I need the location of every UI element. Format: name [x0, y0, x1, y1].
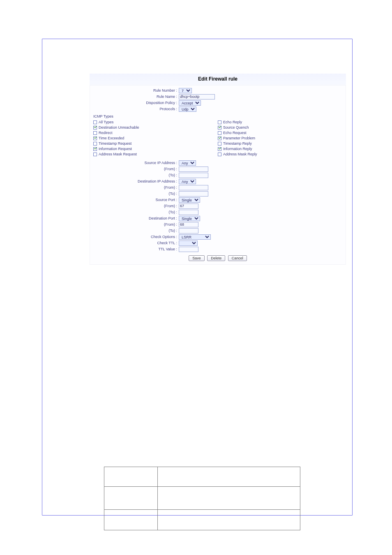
dst-port-to-input[interactable]: [179, 228, 198, 234]
firewall-rule-panel: Edit Firewall rule Rule Number : 7 Rule …: [90, 74, 346, 265]
icmp-item-label: Timestamp Request: [99, 141, 131, 146]
src-port-select[interactable]: Single: [179, 197, 200, 203]
save-button[interactable]: Save: [189, 255, 205, 261]
table-cell: [104, 487, 158, 510]
icmp-item-label: All Types: [99, 120, 113, 124]
check-ttl-select[interactable]: [179, 240, 198, 246]
icmp-item: Address Mask Request: [93, 152, 218, 157]
icmp-item-label: Address Mask Reply: [223, 152, 257, 156]
icmp-item-label: Echo Request: [223, 131, 247, 135]
checkbox-icon[interactable]: [93, 136, 97, 140]
dialog-body: Rule Number : 7 Rule Name : Disposition …: [90, 85, 346, 265]
checkbox-icon[interactable]: [218, 147, 221, 151]
disposition-label: Disposition Policy :: [93, 101, 179, 105]
table-cell: [157, 510, 300, 530]
src-port-label: Source Port :: [93, 198, 179, 202]
icmp-item-label: Time Exceeded: [99, 136, 124, 140]
icmp-item: Echo Reply: [218, 120, 342, 125]
checkbox-icon[interactable]: [218, 131, 221, 135]
checkbox-icon[interactable]: [93, 120, 97, 124]
table-row: [104, 487, 300, 510]
src-port-from-label: (From) :: [93, 204, 179, 208]
dst-from-label: (From) :: [93, 185, 179, 190]
icmp-item: Timestamp Request: [93, 141, 218, 146]
icmp-types-section: ICMP Types All TypesDestination Unreacha…: [93, 113, 342, 157]
dst-to-label: (To) :: [93, 192, 179, 196]
src-to-input[interactable]: [179, 173, 208, 178]
rule-name-input[interactable]: [179, 94, 215, 99]
checkbox-icon[interactable]: [218, 136, 221, 140]
table-cell: [104, 467, 158, 487]
dst-ip-label: Destination IP Address :: [93, 179, 179, 183]
icmp-item: Timestamp Reply: [218, 141, 342, 146]
check-options-select[interactable]: LSRR: [179, 234, 211, 240]
disposition-select[interactable]: Accept: [179, 100, 201, 106]
dialog-title: Edit Firewall rule: [90, 74, 346, 85]
src-port-to-label: (To) :: [93, 210, 179, 214]
dst-port-select[interactable]: Single: [179, 216, 200, 221]
checkbox-icon[interactable]: [218, 142, 221, 146]
icmp-item-label: Timestamp Reply: [223, 141, 252, 146]
table-cell: [104, 510, 158, 530]
src-from-label: (From) :: [93, 167, 179, 171]
dst-port-label: Destination Port :: [93, 216, 179, 220]
icmp-item: Echo Request: [218, 130, 342, 135]
document-frame: Edit Firewall rule Rule Number : 7 Rule …: [42, 39, 353, 516]
lower-table: [104, 467, 300, 530]
icmp-title: ICMP Types: [93, 113, 342, 119]
dst-from-input[interactable]: [179, 185, 208, 190]
dst-port-to-label: (To) :: [93, 229, 179, 233]
icmp-item: All Types: [93, 120, 218, 125]
table-cell: [157, 467, 300, 487]
src-ip-label: Source IP Address :: [93, 161, 179, 165]
icmp-item: Information Reply: [218, 146, 342, 151]
icmp-item: Parameter Problem: [218, 136, 342, 141]
icmp-left-col: All TypesDestination UnreachableRedirect…: [93, 119, 218, 157]
icmp-item-label: Parameter Problem: [223, 136, 255, 140]
dst-port-from-input[interactable]: [179, 222, 198, 227]
check-ttl-label: Check TTL :: [93, 241, 179, 245]
icmp-item: Source Quench: [218, 125, 342, 130]
icmp-item-label: Source Quench: [223, 125, 249, 130]
table-row: [104, 510, 300, 530]
icmp-item-label: Information Request: [99, 147, 132, 151]
dst-ip-select[interactable]: Any: [179, 179, 196, 184]
checkbox-icon[interactable]: [218, 126, 221, 130]
check-options-label: Check Options :: [93, 235, 179, 239]
src-port-from-input[interactable]: [179, 204, 198, 209]
dst-port-from-label: (From) :: [93, 222, 179, 227]
icmp-item: Destination Unreachable: [93, 125, 218, 130]
checkbox-icon[interactable]: [93, 153, 97, 156]
table-cell: [157, 487, 300, 510]
rule-number-select[interactable]: 7: [179, 88, 192, 93]
icmp-item: Time Exceeded: [93, 136, 218, 141]
icmp-item-label: Information Reply: [223, 147, 252, 151]
protocols-select[interactable]: Udp: [179, 106, 196, 112]
icmp-item: Information Request: [93, 146, 218, 151]
icmp-right-col: Echo ReplySource QuenchEcho RequestParam…: [218, 119, 342, 157]
ttl-value-input[interactable]: [179, 247, 198, 252]
checkbox-icon[interactable]: [93, 142, 97, 146]
src-ip-select[interactable]: Any: [179, 160, 196, 166]
icmp-item-label: Echo Reply: [223, 120, 242, 124]
table-row: [104, 467, 300, 487]
checkbox-icon[interactable]: [93, 147, 97, 151]
icmp-item-label: Address Mask Request: [99, 152, 137, 156]
ttl-value-label: TTL Value :: [93, 247, 179, 251]
rule-name-label: Rule Name :: [93, 95, 179, 99]
src-to-label: (To) :: [93, 173, 179, 177]
checkbox-icon[interactable]: [93, 126, 97, 130]
icmp-item: Redirect: [93, 130, 218, 135]
delete-button[interactable]: Delete: [207, 255, 225, 261]
icmp-item: Address Mask Reply: [218, 152, 342, 157]
cancel-button[interactable]: Cancel: [228, 255, 247, 261]
src-from-input[interactable]: [179, 166, 208, 172]
src-port-to-input[interactable]: [179, 210, 198, 215]
rule-number-label: Rule Number :: [93, 88, 179, 92]
dst-to-input[interactable]: [179, 191, 208, 197]
button-bar: Save Delete Cancel: [93, 255, 342, 261]
checkbox-icon[interactable]: [93, 131, 97, 135]
checkbox-icon[interactable]: [218, 120, 221, 124]
protocols-label: Protocols :: [93, 107, 179, 111]
checkbox-icon[interactable]: [218, 153, 221, 156]
